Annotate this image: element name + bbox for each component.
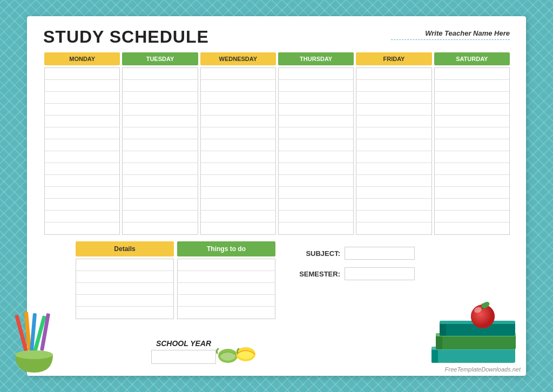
schedule-cell[interactable]	[279, 151, 353, 163]
schedule-cell[interactable]	[123, 92, 197, 104]
schedule-cell[interactable]	[45, 80, 119, 92]
schedule-cell[interactable]	[279, 68, 353, 80]
schedule-cell[interactable]	[45, 116, 119, 127]
schedule-cell[interactable]	[45, 199, 119, 211]
tasks-cell[interactable]	[178, 283, 275, 295]
schedule-cell[interactable]	[201, 127, 275, 139]
schedule-cell[interactable]	[45, 175, 119, 187]
subject-input[interactable]	[345, 247, 415, 260]
schedule-cell[interactable]	[201, 92, 275, 104]
schedule-cell[interactable]	[435, 92, 509, 104]
schedule-cell[interactable]	[435, 139, 509, 151]
schedule-cell[interactable]	[201, 139, 275, 151]
schedule-cell[interactable]	[279, 92, 353, 104]
tasks-cell[interactable]	[76, 259, 173, 271]
schedule-cell[interactable]	[201, 222, 275, 234]
schedule-cell[interactable]	[45, 68, 119, 80]
day-column-saturday[interactable]	[434, 67, 510, 235]
schedule-cell[interactable]	[123, 222, 197, 234]
tasks-cell[interactable]	[76, 307, 173, 319]
tasks-cell[interactable]	[76, 283, 173, 295]
day-column-friday[interactable]	[356, 67, 431, 235]
schedule-cell[interactable]	[279, 139, 353, 151]
schedule-cell[interactable]	[45, 151, 119, 163]
schedule-cell[interactable]	[435, 187, 509, 199]
schedule-cell[interactable]	[435, 104, 509, 116]
schedule-cell[interactable]	[279, 116, 353, 127]
schedule-cell[interactable]	[123, 139, 197, 151]
schedule-cell[interactable]	[356, 139, 431, 151]
tasks-cell[interactable]	[76, 295, 173, 307]
schedule-cell[interactable]	[123, 175, 197, 187]
schedule-cell[interactable]	[123, 199, 197, 211]
schedule-cell[interactable]	[279, 211, 353, 222]
things-column[interactable]	[177, 259, 275, 319]
schedule-cell[interactable]	[356, 211, 431, 222]
schedule-cell[interactable]	[123, 104, 197, 116]
schedule-cell[interactable]	[123, 127, 197, 139]
schedule-cell[interactable]	[356, 68, 431, 80]
schedule-cell[interactable]	[201, 211, 275, 222]
schedule-cell[interactable]	[45, 211, 119, 222]
schedule-cell[interactable]	[356, 163, 431, 175]
tasks-cell[interactable]	[178, 307, 275, 319]
schedule-cell[interactable]	[123, 68, 197, 80]
schedule-cell[interactable]	[45, 163, 119, 175]
details-column[interactable]	[76, 259, 174, 319]
schedule-cell[interactable]	[435, 163, 509, 175]
schedule-cell[interactable]	[123, 187, 197, 199]
schedule-cell[interactable]	[435, 199, 509, 211]
schedule-cell[interactable]	[201, 80, 275, 92]
schedule-cell[interactable]	[356, 127, 431, 139]
schedule-cell[interactable]	[279, 104, 353, 116]
schedule-cell[interactable]	[279, 199, 353, 211]
schedule-cell[interactable]	[279, 80, 353, 92]
schedule-cell[interactable]	[435, 211, 509, 222]
schedule-cell[interactable]	[279, 175, 353, 187]
schedule-cell[interactable]	[435, 80, 509, 92]
semester-input[interactable]	[345, 267, 415, 280]
schedule-cell[interactable]	[123, 116, 197, 127]
schedule-cell[interactable]	[356, 175, 431, 187]
schedule-cell[interactable]	[279, 163, 353, 175]
schedule-cell[interactable]	[201, 175, 275, 187]
schedule-cell[interactable]	[123, 163, 197, 175]
schedule-cell[interactable]	[435, 68, 509, 80]
schedule-cell[interactable]	[435, 116, 509, 127]
day-column-tuesday[interactable]	[122, 67, 198, 235]
schedule-cell[interactable]	[201, 104, 275, 116]
schedule-cell[interactable]	[356, 151, 431, 163]
schedule-cell[interactable]	[201, 187, 275, 199]
schedule-cell[interactable]	[435, 175, 509, 187]
schedule-cell[interactable]	[435, 127, 509, 139]
schedule-cell[interactable]	[435, 151, 509, 163]
schedule-cell[interactable]	[279, 127, 353, 139]
day-column-monday[interactable]	[44, 67, 120, 235]
schedule-cell[interactable]	[356, 187, 431, 199]
schedule-cell[interactable]	[123, 151, 197, 163]
tasks-cell[interactable]	[178, 259, 275, 271]
tasks-cell[interactable]	[76, 271, 173, 283]
tasks-cell[interactable]	[178, 295, 275, 307]
schedule-cell[interactable]	[201, 163, 275, 175]
schedule-cell[interactable]	[279, 187, 353, 199]
schedule-cell[interactable]	[201, 199, 275, 211]
schedule-cell[interactable]	[356, 116, 431, 127]
day-column-wednesday[interactable]	[200, 67, 276, 235]
schedule-cell[interactable]	[45, 139, 119, 151]
schedule-cell[interactable]	[356, 222, 431, 234]
schedule-cell[interactable]	[356, 104, 431, 116]
schedule-cell[interactable]	[356, 92, 431, 104]
schedule-cell[interactable]	[201, 68, 275, 80]
schedule-cell[interactable]	[45, 187, 119, 199]
schedule-cell[interactable]	[201, 151, 275, 163]
schedule-cell[interactable]	[356, 199, 431, 211]
schedule-cell[interactable]	[279, 222, 353, 234]
day-column-thursday[interactable]	[278, 67, 354, 235]
schedule-cell[interactable]	[435, 222, 509, 234]
schedule-cell[interactable]	[45, 222, 119, 234]
schedule-cell[interactable]	[356, 80, 431, 92]
schedule-cell[interactable]	[123, 211, 197, 222]
schedule-cell[interactable]	[45, 127, 119, 139]
tasks-cell[interactable]	[178, 271, 275, 283]
